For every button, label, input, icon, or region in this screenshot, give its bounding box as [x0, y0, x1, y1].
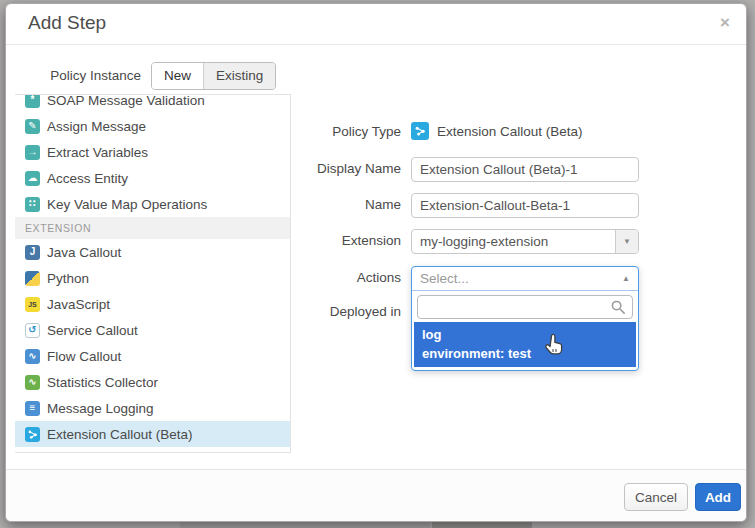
flow-callout-icon: ∿ — [25, 349, 40, 364]
sidebar-item-label: JavaScript — [47, 297, 110, 312]
sidebar-item-extract-variables[interactable]: →Extract Variables — [15, 139, 290, 165]
name-label: Name — [251, 197, 401, 213]
sidebar-item-java-callout[interactable]: JJava Callout — [15, 239, 290, 265]
action-option-subtitle: environment: test — [422, 344, 628, 363]
dialog-footer: Cancel Add — [6, 469, 746, 521]
sidebar-item-label: Access Entity — [47, 171, 128, 186]
extension-callout-beta-icon — [25, 427, 40, 442]
toggle-new-button[interactable]: New — [152, 63, 203, 89]
actions-placeholder: Select... — [420, 271, 469, 286]
key-value-map-operations-icon: ∷ — [25, 197, 40, 212]
display-name-label: Display Name — [251, 161, 401, 177]
statistics-collector-icon: ∿ — [25, 375, 40, 390]
close-icon[interactable]: × — [720, 13, 730, 33]
sidebar-item-label: Key Value Map Operations — [47, 197, 207, 212]
sidebar-item-message-logging[interactable]: ≡Message Logging — [15, 395, 290, 421]
sidebar-item-flow-callout[interactable]: ∿Flow Callout — [15, 343, 290, 369]
sidebar-item-extension-callout-beta[interactable]: Extension Callout (Beta) — [15, 421, 290, 447]
sidebar-item-label: Message Logging — [47, 401, 154, 416]
actions-option-log[interactable]: log environment: test — [414, 322, 636, 367]
sidebar-item-label: Extension Callout (Beta) — [47, 427, 193, 442]
assign-message-icon: ✎ — [25, 119, 40, 134]
sidebar-item-access-entity[interactable]: ☁Access Entity — [15, 165, 290, 191]
actions-options-list: log environment: test — [414, 322, 636, 367]
actions-search-input[interactable] — [417, 295, 633, 319]
action-option-title: log — [422, 325, 628, 344]
toggle-existing-button[interactable]: Existing — [203, 63, 275, 89]
sidebar-item-label: Service Callout — [47, 323, 138, 338]
extension-callout-icon — [411, 122, 429, 140]
sidebar-item-key-value-map-operations[interactable]: ∷Key Value Map Operations — [15, 191, 290, 217]
mouse-cursor-hand-icon — [542, 332, 566, 358]
add-button[interactable]: Add — [695, 483, 741, 511]
extension-select-value: my-logging-extension — [420, 230, 548, 253]
policy-type-label: Policy Type — [251, 124, 401, 140]
cancel-button[interactable]: Cancel — [624, 483, 688, 511]
add-step-dialog: Add Step × Policy Instance New Existing … — [5, 3, 747, 522]
sidebar-item-soap-message-validation[interactable]: *SOAP Message Validation — [15, 94, 290, 113]
policy-instance-label: Policy Instance — [6, 62, 141, 90]
sidebar-item-label: Statistics Collector — [47, 375, 158, 390]
python-icon — [25, 271, 40, 286]
name-input[interactable] — [411, 193, 639, 218]
policy-list: *SOAP Message Validation✎Assign Message→… — [15, 94, 291, 453]
sidebar-section-extension: EXTENSION — [15, 217, 290, 239]
dialog-title: Add Step — [28, 12, 106, 34]
extension-select[interactable]: my-logging-extension ▼ — [411, 229, 639, 254]
soap-message-validation-icon: * — [25, 94, 40, 108]
policy-instance-toggle: New Existing — [151, 62, 276, 90]
chevron-up-icon: ▲ — [622, 275, 630, 283]
sidebar-item-label: SOAP Message Validation — [47, 94, 205, 108]
extension-label: Extension — [251, 233, 401, 249]
actions-search — [412, 291, 638, 322]
extract-variables-icon: → — [25, 145, 40, 160]
actions-label: Actions — [251, 270, 401, 286]
sidebar-item-label: Flow Callout — [47, 349, 121, 364]
javascript-icon: JS — [25, 297, 40, 312]
sidebar-item-label: Assign Message — [47, 119, 146, 134]
share-nodes-icon — [27, 429, 38, 440]
access-entity-icon: ☁ — [25, 171, 40, 186]
actions-dropdown-toggle[interactable]: Select... ▲ — [412, 267, 638, 291]
search-icon — [611, 300, 626, 315]
sidebar-item-label: Java Callout — [47, 245, 121, 260]
service-callout-icon: ↺ — [25, 323, 40, 338]
display-name-input[interactable] — [411, 157, 639, 182]
policy-type-value: Extension Callout (Beta) — [437, 124, 583, 139]
extension-select-button[interactable]: ▼ — [615, 230, 638, 253]
deployed-in-label: Deployed in — [251, 304, 401, 320]
sidebar-item-assign-message[interactable]: ✎Assign Message — [15, 113, 290, 139]
sidebar-item-service-callout[interactable]: ↺Service Callout — [15, 317, 290, 343]
message-logging-icon: ≡ — [25, 401, 40, 416]
java-callout-icon: J — [25, 245, 40, 260]
actions-dropdown: Select... ▲ log environment: test — [411, 266, 639, 371]
background-page-content — [432, 521, 532, 528]
sidebar-item-label: Extract Variables — [47, 145, 148, 160]
sidebar-item-python[interactable]: Python — [15, 265, 290, 291]
share-nodes-icon — [414, 125, 426, 137]
sidebar-item-label: Python — [47, 271, 89, 286]
dialog-header: Add Step × — [6, 4, 746, 45]
sidebar-item-javascript[interactable]: JSJavaScript — [15, 291, 290, 317]
chevron-down-icon: ▼ — [623, 238, 631, 246]
sidebar-item-statistics-collector[interactable]: ∿Statistics Collector — [15, 369, 290, 395]
background-page-content — [180, 521, 430, 528]
page-background: Add Step × Policy Instance New Existing … — [0, 0, 755, 528]
